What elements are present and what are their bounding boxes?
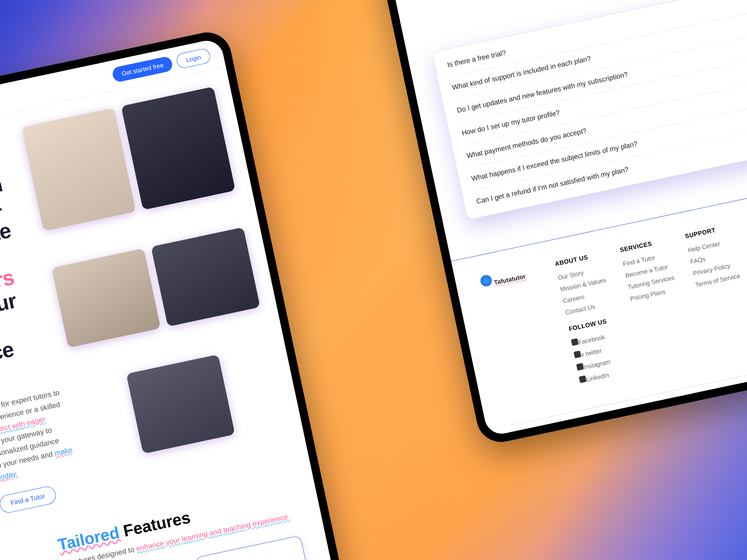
faq-box: Is there a free trial?⌄ What kind of sup… [432,0,747,220]
footer-logo: Tafutatutor [479,264,541,289]
footer-about-heading: ABOUT US [554,250,605,267]
get-started-free-button[interactable]: Get started free [111,56,174,83]
footer-brand-name: Tafutatutor [493,273,526,286]
footer-services-col: SERVICES Find a Tutor Become a Tutor Tut… [619,236,696,375]
globe-icon [479,274,493,287]
social-label: Facebook [578,333,605,346]
find-tutor-button[interactable]: Find a Tutor [0,485,58,514]
faq-question: Is there a free trial? [447,49,507,69]
hero-image-3 [51,248,161,348]
footer-follow-heading: FOLLOW US [568,315,619,332]
gear-badge-icon: ⚙ [208,551,297,560]
footer-brand-col: Tafutatutor [479,264,566,405]
social-label: Instagram [583,358,611,371]
footer-support-heading: SUPPORT [684,222,735,240]
hero-image-5 [126,354,235,454]
footer-columns: Tafutatutor ABOUT US Our Story Mission &… [479,205,747,405]
hero-image-1 [21,108,136,231]
made-pre: Made with [745,380,747,392]
features-heading-accent: Tailored [56,523,121,554]
footer-services-heading: SERVICES [619,236,670,253]
made-with: Made with ♥ by brianniant in Christ Jesu… [745,364,747,392]
footer-about-col: ABOUT US Our Story Mission & Values Care… [554,250,631,389]
login-button[interactable]: Login [175,47,212,69]
hero-title-post: Elevate Your Learning Experience Today! [0,289,18,406]
footer-support-col: SUPPORT Help Center FAQs Privacy Policy … [684,222,747,362]
hero-description: Whether you're searching for expert tuto… [0,386,77,497]
feature-card-recommendations: ⚙ Personalized Recommendations Get sugge… [195,536,324,560]
hero-image-4 [151,227,260,327]
social-label: x twitter [580,347,602,358]
faq-section: Is there a free trial?⌄ What kind of sup… [405,0,747,237]
hero-image-2 [121,87,235,210]
social-label: LinkedIn [586,371,610,383]
